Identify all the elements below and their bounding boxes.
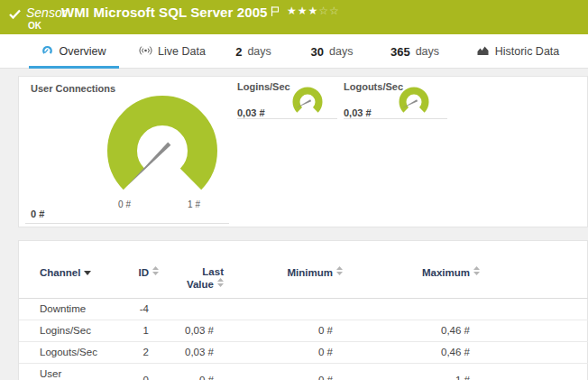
table-row[interactable]: Downtime -4: [19, 299, 588, 320]
cell-last-value: 0 #: [159, 364, 224, 380]
table-header-row: Channel ID LastValue Minimum Maximum: [19, 241, 588, 299]
status-ok-check-icon: [8, 8, 22, 24]
logins-gauge-value: 0,03 #: [237, 107, 265, 118]
tab-2-days-unit: days: [247, 45, 271, 58]
tab-365-days[interactable]: 365 days: [381, 34, 448, 69]
cell-id: -4: [120, 299, 159, 320]
logouts-gauge-cell[interactable]: Logouts/Sec 0,03 #: [344, 77, 447, 119]
cell-id: 1: [120, 320, 159, 342]
tab-365-days-unit: days: [416, 45, 439, 58]
gauge-min-label: 0 #: [106, 199, 142, 209]
tab-30-days-number: 30: [311, 45, 324, 59]
sort-desc-icon: [84, 266, 91, 278]
cell-filler: [480, 320, 588, 342]
primary-gauge-value: 0 #: [31, 209, 44, 219]
col-header-maximum[interactable]: Maximum: [343, 241, 480, 299]
col-header-minimum-label: Minimum: [288, 267, 333, 278]
cell-id: 0: [120, 364, 159, 380]
live-signal-icon: [139, 45, 152, 59]
tab-bar: Overview Live Data 2 days 30 days 365 da…: [0, 34, 588, 69]
col-header-last-label-1: Last: [202, 266, 224, 277]
tab-live-data[interactable]: Live Data: [133, 34, 211, 69]
col-header-id[interactable]: ID: [120, 241, 159, 299]
sort-both-icon: [152, 266, 159, 278]
table-row[interactable]: Logouts/Sec 2 0,03 # 0 # 0,46 #: [19, 342, 588, 364]
col-header-minimum[interactable]: Minimum: [224, 241, 343, 299]
logouts-gauge: [396, 85, 432, 121]
cell-minimum: 0 #: [224, 342, 343, 364]
gauge-tab-icon: [41, 44, 53, 59]
logins-gauge: [289, 85, 326, 121]
col-header-channel[interactable]: Channel: [19, 241, 120, 299]
sensor-page: Sensor WMI Microsoft SQL Server 2005 ★★★…: [0, 0, 588, 380]
overview-gauges-panel: User Connections 0 # 1 # 0 # Logins/Sec …: [18, 76, 588, 227]
cell-filler: [480, 299, 588, 320]
cell-channel: Downtime: [19, 299, 120, 320]
col-header-id-label: ID: [139, 267, 150, 278]
sensor-status-bar: Sensor WMI Microsoft SQL Server 2005 ★★★…: [0, 0, 588, 34]
cell-maximum: [343, 299, 480, 320]
cell-channel: Logins/Sec: [19, 320, 120, 342]
stars-filled: ★★★: [287, 5, 318, 17]
cell-last-value: [159, 299, 224, 320]
stars-empty: ☆☆: [318, 5, 340, 17]
tab-overview-label: Overview: [59, 45, 106, 58]
cell-minimum: 0 #: [224, 364, 343, 380]
cell-channel: User Connections: [19, 364, 120, 380]
tab-overview[interactable]: Overview: [29, 34, 119, 69]
cell-channel: Logouts/Sec: [19, 342, 120, 364]
gauge-max-label: 1 #: [176, 199, 212, 209]
table-row[interactable]: User Connections 0 0 # 0 # 1 #: [19, 364, 588, 380]
tab-historic-data-label: Historic Data: [495, 45, 560, 58]
status-badge: OK: [28, 21, 41, 31]
historic-chart-icon: [476, 45, 490, 59]
col-header-last-label-2: Value: [187, 279, 214, 290]
col-header-maximum-label: Maximum: [422, 267, 470, 278]
cell-minimum: 0 #: [224, 320, 343, 342]
flag-icon[interactable]: [271, 5, 280, 21]
primary-channel-gauge-cell[interactable]: User Connections 0 # 1 # 0 #: [25, 77, 229, 224]
tab-live-data-label: Live Data: [158, 45, 206, 58]
logouts-gauge-value: 0,03 #: [344, 107, 372, 118]
cell-maximum: 0,46 #: [343, 342, 480, 364]
cell-maximum: 0,46 #: [343, 320, 480, 342]
tab-historic-data[interactable]: Historic Data: [467, 34, 568, 69]
tab-2-days[interactable]: 2 days: [227, 34, 280, 69]
sensor-kind-label: Sensor: [26, 5, 66, 20]
cell-minimum: [224, 299, 343, 320]
cell-id: 2: [120, 342, 159, 364]
tab-30-days-unit: days: [329, 45, 353, 58]
cell-filler: [480, 342, 588, 364]
sensor-title: WMI Microsoft SQL Server 2005: [61, 5, 268, 20]
sort-both-icon: [336, 266, 343, 278]
sort-both-icon: [473, 266, 480, 278]
table-row[interactable]: Logins/Sec 1 0,03 # 0 # 0,46 #: [19, 320, 588, 342]
tab-365-days-number: 365: [390, 45, 410, 59]
cell-maximum: 1 #: [343, 364, 480, 380]
tab-30-days[interactable]: 30 days: [303, 34, 361, 69]
cell-filler: [480, 364, 588, 380]
logins-gauge-label: Logins/Sec: [237, 81, 290, 92]
cell-last-value: 0,03 #: [159, 320, 224, 342]
priority-stars[interactable]: ★★★☆☆: [287, 5, 340, 17]
logouts-gauge-label: Logouts/Sec: [344, 81, 403, 92]
col-header-last-value[interactable]: LastValue: [159, 241, 224, 299]
col-header-filler: [480, 241, 588, 299]
logins-gauge-cell[interactable]: Logins/Sec 0,03 #: [237, 77, 337, 119]
cell-last-value: 0,03 #: [159, 342, 224, 364]
tab-2-days-number: 2: [235, 45, 242, 59]
channel-table-panel: Channel ID LastValue Minimum Maximum Dow…: [18, 240, 588, 380]
channel-table: Channel ID LastValue Minimum Maximum Dow…: [19, 241, 588, 380]
sort-both-icon: [217, 278, 224, 290]
col-header-channel-label: Channel: [40, 267, 80, 278]
